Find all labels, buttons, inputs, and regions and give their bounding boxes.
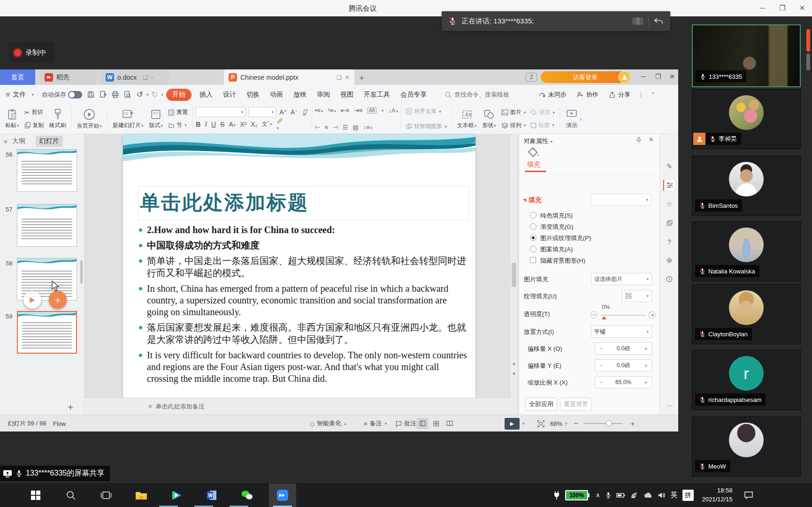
command-search[interactable] — [445, 91, 525, 98]
play-from-slide-button[interactable]: ▶ — [23, 291, 41, 309]
menu-devtools[interactable]: 开发工具 — [359, 91, 395, 99]
indent-increase-button[interactable]: ⇥≡ — [354, 107, 362, 114]
onedrive-cloud-icon[interactable] — [643, 492, 653, 499]
menu-start[interactable]: 开始 — [166, 89, 192, 101]
radio-pattern-fill[interactable] — [530, 246, 536, 252]
bullets-button[interactable]: •≡▾ — [315, 107, 323, 114]
reset-background-button[interactable]: 重置背景 — [560, 398, 592, 411]
sync-label[interactable]: 未同步 — [548, 91, 567, 99]
search-input[interactable] — [454, 91, 525, 98]
participant-tile[interactable]: 李昶旲 — [692, 89, 801, 149]
tab-pptx-active[interactable]: P Chinese model.pptx ❑ ✕ — [224, 69, 354, 85]
line-spacing-icon[interactable]: ↕≡▾ — [363, 124, 373, 131]
chevron-down-icon[interactable]: ▾ — [146, 92, 149, 97]
slide-body[interactable]: 2.How and how hard it is for China to su… — [139, 224, 467, 388]
redo-icon[interactable]: ↻ — [149, 90, 160, 100]
fill-preset-select[interactable]: ▾ — [590, 194, 651, 206]
tab-docer[interactable]: ❧ 稻壳 — [40, 69, 96, 85]
menu-file[interactable]: 文件 — [10, 91, 31, 99]
character-spacing-button[interactable]: AB — [368, 107, 376, 114]
tray-expand-icon[interactable]: ∧ — [596, 492, 600, 499]
sidebar-scrollbar-track[interactable] — [806, 53, 810, 70]
shapes-button[interactable]: 形状▾ — [480, 106, 498, 132]
radio-gradient-fill[interactable] — [530, 223, 536, 230]
menu-slideshow[interactable]: 放映 — [288, 91, 312, 99]
tray-battery-icon[interactable] — [616, 492, 626, 499]
collapse-ribbon-icon[interactable]: ⌃ — [651, 91, 655, 98]
tab-fill[interactable]: 填充 — [527, 160, 540, 169]
participant-tile[interactable]: r richardappiatsesam — [692, 350, 801, 410]
notes-toggle-button[interactable]: ≡ 备注▾ — [364, 415, 387, 432]
layers-icon[interactable] — [663, 217, 675, 229]
arrange-button[interactable]: 排列▾ — [499, 121, 528, 130]
play-options-icon[interactable]: ▾ — [522, 421, 525, 426]
more-menu-icon[interactable]: ⋮ — [638, 91, 644, 98]
menu-insert[interactable]: 插入 — [194, 91, 218, 99]
zoom-level[interactable]: 68%▾ — [550, 415, 567, 432]
help-icon[interactable]: ? — [663, 235, 675, 248]
apply-all-button[interactable]: 全部应用 — [525, 398, 557, 411]
chevron-down-icon[interactable]: ▾ — [161, 92, 163, 97]
menu-transition[interactable]: 切换 — [241, 91, 265, 99]
tab-docx[interactable]: W o.docx ❑ ▫ — [101, 69, 169, 85]
wps-restore-button[interactable]: ❐ — [655, 73, 661, 80]
new-slide-button[interactable]: 新建幻灯片▾ — [110, 106, 146, 132]
notes-bar[interactable]: ≡ 单击此处添加备注 — [84, 398, 511, 415]
pin-icon[interactable] — [636, 137, 642, 144]
tab-close-icon[interactable]: ✕ — [345, 74, 350, 81]
properties-sliders-icon[interactable] — [663, 179, 675, 191]
align-center-icon[interactable]: ≡ — [324, 124, 328, 131]
format-painter-button[interactable]: 格式刷 — [47, 106, 69, 132]
text-direction-button[interactable]: ↓A▾ — [389, 107, 398, 114]
reset-button[interactable]: 重置 — [166, 108, 190, 117]
phonetic-button[interactable]: 文ˊ▾ — [262, 120, 272, 128]
fill-section-header[interactable]: 填充 — [523, 196, 542, 204]
collapse-panel-icon[interactable]: « — [4, 137, 8, 145]
copy-button[interactable]: 复制 — [23, 121, 46, 130]
slide-thumbnail-56[interactable] — [17, 149, 77, 192]
align-text-button[interactable]: 对齐文本▾ — [404, 107, 449, 116]
taskbar-search-button[interactable] — [63, 487, 79, 503]
normal-view-button[interactable] — [417, 418, 428, 429]
wechat-button[interactable] — [239, 487, 255, 503]
pattern-fill-label[interactable]: 图案填充(A) — [540, 245, 573, 254]
menu-design[interactable]: 设计 — [218, 91, 241, 99]
guest-login-button[interactable]: 访客登录 — [541, 71, 630, 83]
minimize-button[interactable]: ─ — [757, 3, 769, 13]
menu-member[interactable]: 会员专享 — [395, 91, 432, 99]
participant-tile[interactable]: MeoW — [692, 416, 801, 477]
canvas-scrollbar-thumb[interactable] — [512, 263, 516, 287]
font-size-select[interactable]: ▾ — [249, 107, 276, 117]
comments-button[interactable]: 批注 — [396, 415, 416, 432]
decrease-font-icon[interactable]: A⁻ — [291, 108, 299, 116]
word-button[interactable]: W — [204, 487, 220, 503]
radio-picture-fill-selected[interactable] — [530, 235, 536, 241]
participant-tile-speaker[interactable]: 133****6335 — [692, 24, 801, 87]
add-panel-icon[interactable]: ⊕ — [663, 254, 675, 266]
hamburger-icon[interactable]: ≡ — [6, 91, 10, 99]
picture-fill-label[interactable]: 图片或纹理填充(P) — [540, 234, 591, 242]
transparency-minus-icon[interactable]: − — [590, 311, 598, 318]
next-slide-icon[interactable]: ▼ — [511, 371, 517, 376]
zoom-out-button[interactable]: − — [574, 415, 578, 432]
grid-view-button[interactable] — [430, 418, 442, 429]
ime-pinyin-icon[interactable]: 拼 — [682, 490, 694, 501]
battery-indicator[interactable]: 100% — [565, 490, 588, 500]
strike-button[interactable]: S — [220, 121, 224, 128]
align-right-icon[interactable]: ⟞ — [333, 123, 338, 131]
clear-format-icon[interactable] — [302, 109, 309, 116]
picture-button[interactable]: 图片▾ — [499, 108, 528, 117]
zoom-in-button[interactable]: ＋ — [629, 415, 636, 432]
wps-minimize-button[interactable]: ─ — [641, 73, 646, 80]
autosave-toggle[interactable] — [68, 91, 82, 98]
share-label[interactable]: 分享 — [618, 91, 630, 99]
start-button[interactable] — [28, 487, 44, 503]
zoom-slider-knob[interactable] — [606, 420, 612, 426]
transparency-plus-icon[interactable]: ＋ — [649, 311, 656, 318]
add-slide-button[interactable]: ＋ — [66, 401, 75, 413]
section-button[interactable]: 节▾ — [166, 121, 190, 130]
present-button[interactable]: 演示 — [564, 106, 580, 132]
justify-icon[interactable]: ☰ — [343, 124, 348, 131]
layout-button[interactable]: 版式▾ — [147, 106, 166, 132]
reply-arrow-icon[interactable] — [653, 17, 664, 25]
